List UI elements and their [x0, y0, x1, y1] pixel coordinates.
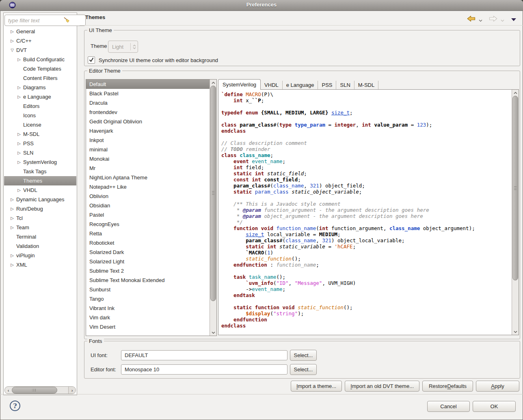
import-an-old-dvt-theme-button[interactable]: Import an old DVT theme...	[345, 381, 419, 392]
theme-list-item-retta[interactable]: Retta	[86, 229, 210, 238]
theme-list-item-pastel[interactable]: Pastel	[86, 210, 210, 220]
tab-sln[interactable]: SLN	[336, 81, 354, 89]
theme-list-item-frontenddev[interactable]: frontenddev	[86, 108, 210, 117]
tree-collapsed-expander-icon[interactable]: ▷	[10, 39, 15, 43]
tree-item-vhdl[interactable]: ▷VHDL	[4, 185, 76, 195]
tree-item-e-language[interactable]: ▷e Language	[4, 92, 76, 101]
scroll-right-button[interactable]: ›	[68, 387, 76, 394]
scroll-left-button[interactable]: ‹	[5, 387, 12, 394]
tree-collapsed-expander-icon[interactable]: ▷	[10, 207, 15, 211]
theme-list-item-black-pastel[interactable]: Black Pastel	[86, 89, 210, 98]
tree-collapsed-expander-icon[interactable]: ▷	[10, 226, 15, 230]
apply-button[interactable]: Apply	[476, 381, 519, 392]
theme-list-scrollbar[interactable]	[210, 80, 216, 336]
scroll-up-button[interactable]	[512, 90, 519, 96]
tab-m-sdl[interactable]: M-SDL	[354, 81, 378, 89]
tree-item-c-c[interactable]: ▷C/C++	[4, 36, 76, 45]
theme-list-item-inkpot[interactable]: Inkpot	[86, 136, 210, 145]
tree-item-dynamic-languages[interactable]: ▷Dynamic Languages	[4, 195, 76, 204]
tree-collapsed-expander-icon[interactable]: ▷	[10, 30, 15, 34]
scrollbar-thumb[interactable]	[12, 387, 57, 394]
tree-collapsed-expander-icon[interactable]: ▷	[10, 198, 15, 202]
theme-select[interactable]: Light	[108, 41, 138, 53]
tree-item-m-sdl[interactable]: ▷M-SDL	[4, 129, 76, 139]
tree-collapsed-expander-icon[interactable]: ▷	[17, 151, 22, 155]
tree-item-sln[interactable]: ▷SLN	[4, 148, 76, 157]
scroll-up-button[interactable]	[210, 80, 216, 86]
tree-item-viplugin[interactable]: ▷viPlugin	[4, 251, 76, 260]
tree-item-diagrams[interactable]: ▷Diagrams	[4, 83, 76, 92]
scrollbar-track[interactable]	[12, 387, 68, 394]
theme-list-item-sublime-text-monokai-extended[interactable]: Sublime Text Monokai Extended	[86, 276, 210, 285]
tree-collapsed-expander-icon[interactable]: ▷	[17, 86, 22, 90]
tree-horizontal-scrollbar[interactable]: ‹ ›	[4, 386, 76, 394]
cancel-button[interactable]: Cancel	[427, 401, 470, 412]
import-a-theme-button[interactable]: Import a theme...	[291, 381, 342, 392]
theme-list-item-oblivion[interactable]: Oblivion	[86, 192, 210, 201]
theme-list-item-solarized-light[interactable]: Solarized Light	[86, 257, 210, 266]
scrollbar-track[interactable]	[210, 86, 216, 330]
scrollbar-thumb[interactable]	[512, 96, 518, 280]
tree-item-validation[interactable]: Validation	[4, 241, 76, 251]
view-menu-icon[interactable]	[511, 16, 517, 23]
theme-list-item-dracula[interactable]: Dracula	[86, 98, 210, 108]
restore-defaults-button[interactable]: Restore Defaults	[422, 381, 473, 392]
tree-item-pss[interactable]: ▷PSS	[4, 139, 76, 148]
clear-filter-icon[interactable]	[63, 17, 70, 23]
tree-collapsed-expander-icon[interactable]: ▷	[10, 254, 15, 258]
tab-e-language[interactable]: e Language	[283, 81, 318, 89]
theme-list-item-havenjark[interactable]: Havenjark	[86, 126, 210, 136]
tree-item-team[interactable]: ▷Team	[4, 223, 76, 232]
theme-list-item-vim-desert[interactable]: Vim Desert	[86, 322, 210, 332]
tree-collapsed-expander-icon[interactable]: ▷	[17, 132, 22, 136]
tree-collapsed-expander-icon[interactable]: ▷	[17, 58, 22, 62]
tree-collapsed-expander-icon[interactable]: ▷	[17, 160, 22, 164]
scroll-down-button[interactable]	[512, 329, 519, 335]
code-preview-scrollbar[interactable]	[512, 90, 519, 335]
scrollbar-track[interactable]	[512, 96, 519, 329]
scrollbar-thumb[interactable]	[210, 86, 216, 301]
tree-item-general[interactable]: ▷General	[4, 27, 76, 36]
tree-item-run-debug[interactable]: ▷Run/Debug	[4, 204, 76, 213]
tree-item-license[interactable]: License	[4, 120, 76, 129]
tree-collapsed-expander-icon[interactable]: ▷	[17, 188, 22, 192]
tree-item-terminal[interactable]: Terminal	[4, 232, 76, 241]
tree-item-systemverilog[interactable]: ▷SystemVerilog	[4, 157, 76, 167]
ui-font-field[interactable]	[121, 350, 287, 360]
scroll-down-button[interactable]	[210, 330, 216, 336]
ok-button[interactable]: OK	[473, 401, 516, 412]
tab-vhdl[interactable]: VHDL	[261, 81, 283, 89]
tree-expanded-expander-icon[interactable]: ▽	[10, 48, 15, 52]
theme-list-item-gedit-original-oblivion[interactable]: Gedit Original Oblivion	[86, 117, 210, 126]
tree-collapsed-expander-icon[interactable]: ▷	[17, 95, 22, 99]
tree-collapsed-expander-icon[interactable]: ▷	[10, 263, 15, 267]
theme-list-item-nightlion-aptana-theme[interactable]: NightLion Aptana Theme	[86, 173, 210, 182]
tab-pss[interactable]: PSS	[318, 81, 336, 89]
theme-list-item-mr[interactable]: Mr	[86, 164, 210, 173]
tree-item-task-tags[interactable]: Task Tags	[4, 167, 76, 176]
theme-list-item-sublime-text-2[interactable]: Sublime Text 2	[86, 266, 210, 276]
theme-list-item-sunburst[interactable]: Sunburst	[86, 285, 210, 294]
theme-list-item-tango[interactable]: Tango	[86, 294, 210, 304]
theme-list-item-notepad-like[interactable]: Notepad++ Like	[86, 182, 210, 192]
help-button[interactable]: ?	[10, 401, 20, 411]
editor-font-field[interactable]	[121, 364, 287, 375]
tab-systemverilog[interactable]: SystemVerilog	[218, 79, 261, 90]
tree-item-dvt[interactable]: ▽DVT	[4, 45, 76, 55]
theme-list-item-vibrant-ink[interactable]: Vibrant Ink	[86, 304, 210, 313]
ui-font-select-button[interactable]: Select...	[290, 350, 317, 361]
tree-item-icons[interactable]: Icons	[4, 111, 76, 120]
theme-list-item-obsidian[interactable]: Obsidian	[86, 201, 210, 210]
tree-item-content-filters[interactable]: Content Filters	[4, 73, 76, 83]
theme-list-item-recogneyes[interactable]: RecognEyes	[86, 220, 210, 229]
tree-item-tcl[interactable]: ▷Tcl	[4, 213, 76, 223]
tree-item-code-templates[interactable]: Code Templates	[4, 64, 76, 73]
tree-item-editors[interactable]: Editors	[4, 101, 76, 111]
sync-ui-theme-checkbox[interactable]	[88, 56, 95, 64]
back-history-chevron-icon[interactable]	[479, 16, 482, 24]
theme-list-item-roboticket[interactable]: Roboticket	[86, 238, 210, 248]
theme-list-item-default[interactable]: Default	[86, 80, 210, 89]
theme-list-item-minimal[interactable]: minimal	[86, 145, 210, 154]
tree-item-build-configuratic[interactable]: ▷Build Configuratic	[4, 55, 76, 64]
tree-collapsed-expander-icon[interactable]: ▷	[17, 142, 22, 146]
